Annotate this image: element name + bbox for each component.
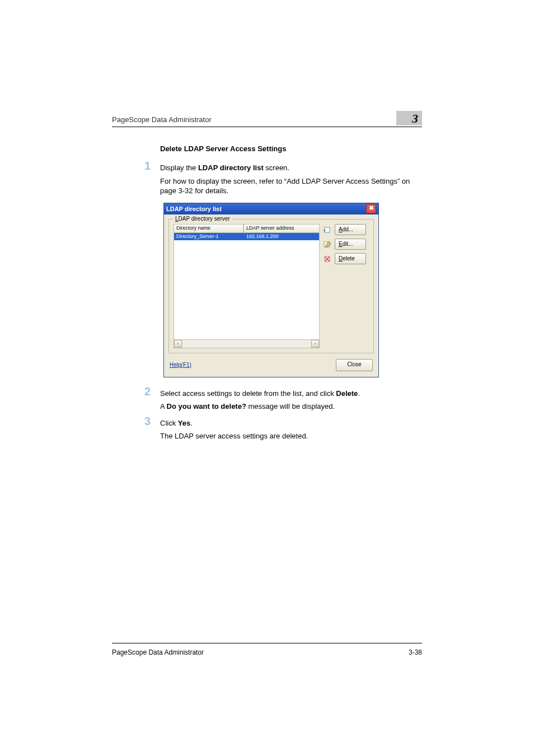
- bottom-rule: [112, 643, 422, 643]
- dialog-body: LDAP directory server Directory name LDA…: [164, 214, 378, 377]
- top-rule: [112, 127, 422, 127]
- edit-row: Edit...: [323, 239, 369, 250]
- cell-directory-name: Directory_Server-1: [174, 234, 244, 239]
- step-2-body: Select access settings to delete from th…: [160, 389, 422, 412]
- section-title: Delete LDAP Server Access Settings: [160, 144, 422, 153]
- chapter-number: 3: [412, 111, 418, 125]
- dialog-title: LDAP directory list: [166, 206, 222, 212]
- bold-text: Do you want to delete?: [167, 402, 246, 410]
- button-column: Add...: [323, 224, 369, 348]
- svg-rect-0: [325, 227, 330, 232]
- edit-button[interactable]: Edit...: [335, 239, 366, 250]
- label: dit...: [343, 241, 353, 247]
- dialog-titlebar[interactable]: LDAP directory list ✖: [164, 203, 378, 214]
- close-button[interactable]: Close: [336, 359, 373, 371]
- close-icon[interactable]: ✖: [366, 204, 376, 213]
- footer-right: 3-38: [409, 648, 422, 656]
- server-list: Directory name LDAP server address Direc…: [174, 224, 320, 348]
- step-3-detail: The LDAP server access settings are dele…: [160, 431, 422, 441]
- label: dd...: [343, 226, 353, 232]
- page: PageScope Data Administrator 3 Delete LD…: [0, 0, 534, 756]
- horizontal-scrollbar[interactable]: ‹ ›: [174, 340, 320, 348]
- scroll-right-icon[interactable]: ›: [311, 340, 319, 348]
- list-headers: Directory name LDAP server address: [174, 224, 320, 233]
- content: Delete LDAP Server Access Settings 1 Dis…: [160, 144, 422, 448]
- text: Click: [160, 419, 178, 427]
- column-ldap-server-address[interactable]: LDAP server address: [243, 224, 320, 233]
- running-head: PageScope Data Administrator: [112, 115, 212, 124]
- footer-left: PageScope Data Administrator: [112, 648, 204, 656]
- list-rows[interactable]: Directory_Server-1 192.168.1.200: [174, 233, 320, 340]
- text: .: [190, 419, 193, 427]
- label: elete: [343, 255, 355, 262]
- bold-text: LDAP directory list: [198, 164, 264, 172]
- step-3-body: Click Yes. The LDAP server access settin…: [160, 418, 422, 441]
- step-3-number: 3: [144, 415, 151, 428]
- dialog-footer: Help(F1) Close: [168, 353, 374, 372]
- step-2: 2 Select access settings to delete from …: [160, 389, 422, 412]
- list-row-selected[interactable]: Directory_Server-1 192.168.1.200: [174, 233, 319, 240]
- text: screen.: [264, 164, 289, 172]
- text: message will be displayed.: [246, 402, 335, 410]
- scroll-track[interactable]: [182, 340, 311, 348]
- step-1-detail: For how to display the screen, refer to …: [160, 176, 422, 196]
- chapter-badge: 3: [396, 111, 422, 125]
- mnemonic: E: [339, 241, 343, 247]
- edit-icon: [323, 240, 332, 249]
- step-3: 3 Click Yes. The LDAP server access sett…: [160, 418, 422, 441]
- text: Select access settings to delete from th…: [160, 389, 336, 398]
- group-inner: Directory name LDAP server address Direc…: [174, 224, 369, 348]
- step-2-detail: A Do you want to delete? message will be…: [160, 402, 422, 412]
- bold-text: Yes: [178, 419, 190, 427]
- mnemonic: A: [339, 226, 343, 232]
- step-1: 1 Display the LDAP directory list screen…: [160, 163, 422, 196]
- text: Display the: [160, 164, 198, 172]
- text: A: [160, 402, 167, 410]
- bold-text: Delete: [336, 389, 358, 398]
- ldap-directory-list-dialog: LDAP directory list ✖ LDAP directory ser…: [163, 203, 379, 377]
- step-1-body: Display the LDAP directory list screen. …: [160, 163, 422, 196]
- ldap-directory-server-group: LDAP directory server Directory name LDA…: [168, 219, 374, 353]
- help-link[interactable]: Help(F1): [170, 362, 191, 368]
- step-1-number: 1: [144, 160, 151, 172]
- delete-row: Delete: [323, 253, 369, 264]
- step-2-number: 2: [144, 385, 151, 398]
- group-legend: LDAP directory server: [174, 216, 232, 222]
- delete-icon: [323, 254, 332, 263]
- text: DAP directory server: [179, 216, 230, 222]
- column-directory-name[interactable]: Directory name: [174, 224, 243, 233]
- text: .: [358, 389, 360, 398]
- delete-button[interactable]: Delete: [335, 253, 366, 264]
- add-icon: [323, 225, 332, 234]
- add-row: Add...: [323, 224, 369, 235]
- add-button[interactable]: Add...: [335, 224, 366, 235]
- cell-server-address: 192.168.1.200: [244, 234, 319, 239]
- scroll-left-icon[interactable]: ‹: [174, 340, 182, 348]
